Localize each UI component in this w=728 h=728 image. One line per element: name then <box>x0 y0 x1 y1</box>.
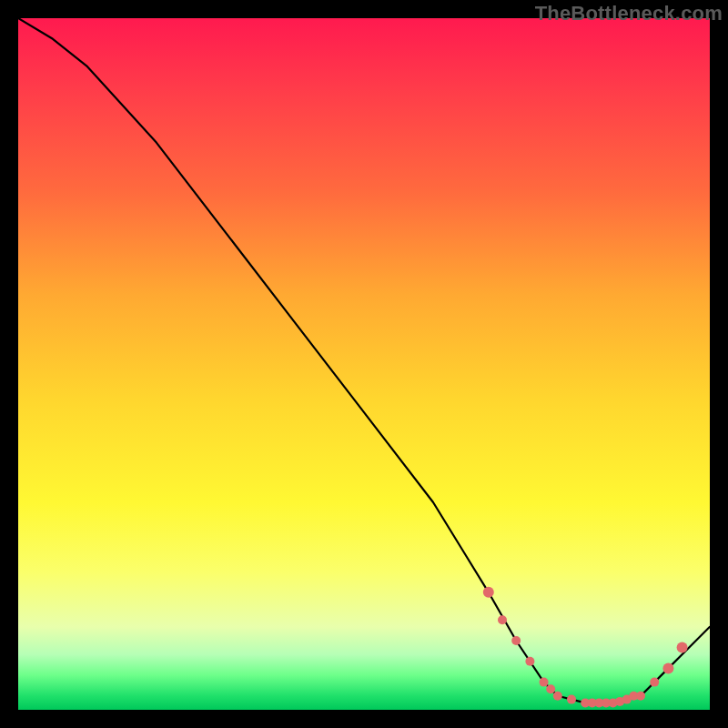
highlight-dot <box>498 615 507 624</box>
highlight-dot <box>567 695 576 704</box>
plot-area <box>18 18 710 710</box>
plot-svg <box>18 18 710 710</box>
bottleneck-curve <box>18 18 710 703</box>
highlight-dot <box>636 692 645 701</box>
chart-stage: TheBottleneck.com <box>0 0 728 728</box>
highlight-dot <box>546 684 555 693</box>
highlight-dot <box>553 692 562 701</box>
watermark-text: TheBottleneck.com <box>535 2 723 25</box>
highlight-dot <box>540 678 549 687</box>
highlight-dot <box>677 642 688 653</box>
highlight-dot <box>650 678 659 687</box>
highlight-dots <box>483 587 688 708</box>
highlight-dot <box>662 662 673 673</box>
highlight-dot <box>511 636 521 645</box>
highlight-dot <box>483 587 494 598</box>
highlight-dot <box>525 657 534 666</box>
